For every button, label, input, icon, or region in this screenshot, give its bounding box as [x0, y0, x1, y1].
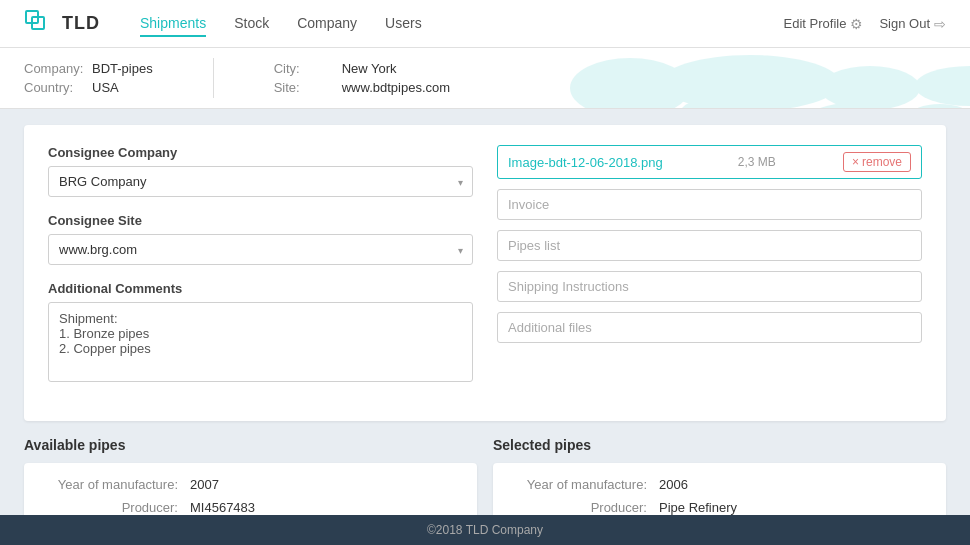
edit-profile-link[interactable]: Edit Profile ⚙	[784, 16, 864, 32]
company-info-left: Company: BDT-pipes Country: USA	[24, 61, 153, 95]
file-remove-label: remove	[862, 155, 902, 169]
selected-year-value: 2006	[659, 477, 688, 492]
consignee-site-select-wrap: www.brg.com www.other.com ▾	[48, 234, 473, 265]
logo-icon	[24, 9, 54, 39]
file-remove-button[interactable]: × remove	[843, 152, 911, 172]
selected-producer-row: Producer: Pipe Refinery	[509, 500, 930, 515]
pipes-list-input[interactable]	[497, 230, 922, 261]
consignee-company-select-wrap: BRG Company Other Company ▾	[48, 166, 473, 197]
additional-comments-textarea[interactable]: Shipment: 1. Bronze pipes 2. Copper pipe…	[48, 302, 473, 382]
file-name: Image-bdt-12-06-2018.png	[508, 155, 663, 170]
edit-profile-label: Edit Profile	[784, 16, 847, 31]
svg-point-5	[915, 66, 970, 106]
consignee-company-label: Consignee Company	[48, 145, 473, 160]
available-year-label: Year of manufacture:	[40, 477, 190, 492]
available-producer-row: Producer: MI4567483	[40, 500, 461, 515]
svg-point-7	[810, 103, 890, 109]
company-divider	[213, 58, 214, 98]
consignee-site-group: Consignee Site www.brg.com www.other.com…	[48, 213, 473, 265]
available-producer-label: Producer:	[40, 500, 190, 515]
svg-point-8	[910, 104, 970, 109]
company-row: Company: BDT-pipes	[24, 61, 153, 76]
selected-producer-label: Producer:	[509, 500, 659, 515]
selected-producer-value: Pipe Refinery	[659, 500, 737, 515]
site-row: Site: www.bdtpipes.com	[274, 80, 450, 95]
svg-point-3	[660, 55, 840, 109]
city-value: New York	[342, 61, 397, 76]
form-left: Consignee Company BRG Company Other Comp…	[48, 145, 473, 401]
svg-point-6	[680, 99, 740, 109]
site-value: www.bdtpipes.com	[342, 80, 450, 95]
selected-year-row: Year of manufacture: 2006	[509, 477, 930, 492]
svg-point-4	[820, 66, 920, 109]
available-year-value: 2007	[190, 477, 219, 492]
footer-text: ©2018 TLD Company	[427, 523, 543, 537]
main-content: Consignee Company BRG Company Other Comp…	[0, 109, 970, 545]
svg-point-2	[570, 58, 690, 109]
nav-stock[interactable]: Stock	[234, 11, 269, 37]
country-value: USA	[92, 80, 119, 95]
consignee-site-select[interactable]: www.brg.com www.other.com	[48, 234, 473, 265]
nav-users[interactable]: Users	[385, 11, 422, 37]
signout-icon: ⇨	[934, 16, 946, 32]
nav-shipments[interactable]: Shipments	[140, 11, 206, 37]
shipping-instructions-input[interactable]	[497, 271, 922, 302]
city-row: City: New York	[274, 61, 450, 76]
additional-files-input[interactable]	[497, 312, 922, 343]
company-info-right: City: New York Site: www.bdtpipes.com	[274, 61, 450, 95]
available-year-row: Year of manufacture: 2007	[40, 477, 461, 492]
logo-text: TLD	[62, 13, 100, 34]
header-actions: Edit Profile ⚙ Sign Out ⇨	[784, 16, 946, 32]
selected-year-label: Year of manufacture:	[509, 477, 659, 492]
additional-comments-group: Additional Comments Shipment: 1. Bronze …	[48, 281, 473, 385]
selected-pipes-title: Selected pipes	[493, 437, 946, 453]
main-nav: Shipments Stock Company Users	[140, 11, 784, 37]
header: TLD Shipments Stock Company Users Edit P…	[0, 0, 970, 48]
file-size: 2,3 MB	[738, 155, 776, 169]
logo-area: TLD	[24, 9, 100, 39]
company-label: Company:	[24, 61, 84, 76]
consignee-company-select[interactable]: BRG Company Other Company	[48, 166, 473, 197]
sign-out-link[interactable]: Sign Out ⇨	[879, 16, 946, 32]
gear-icon: ⚙	[850, 16, 863, 32]
file-upload-area: Image-bdt-12-06-2018.png 2,3 MB × remove	[497, 145, 922, 179]
form-card: Consignee Company BRG Company Other Comp…	[24, 125, 946, 421]
additional-comments-label: Additional Comments	[48, 281, 473, 296]
country-row: Country: USA	[24, 80, 153, 95]
site-label: Site:	[274, 80, 334, 95]
city-label: City:	[274, 61, 334, 76]
consignee-company-group: Consignee Company BRG Company Other Comp…	[48, 145, 473, 197]
country-label: Country:	[24, 80, 84, 95]
sign-out-label: Sign Out	[879, 16, 930, 31]
world-map	[550, 48, 970, 109]
company-value: BDT-pipes	[92, 61, 153, 76]
available-pipes-title: Available pipes	[24, 437, 477, 453]
invoice-input[interactable]	[497, 189, 922, 220]
consignee-site-label: Consignee Site	[48, 213, 473, 228]
nav-company[interactable]: Company	[297, 11, 357, 37]
footer: ©2018 TLD Company	[0, 515, 970, 545]
company-bar: Company: BDT-pipes Country: USA City: Ne…	[0, 48, 970, 109]
available-producer-value: MI4567483	[190, 500, 255, 515]
form-right: Image-bdt-12-06-2018.png 2,3 MB × remove	[497, 145, 922, 401]
x-icon: ×	[852, 155, 859, 169]
